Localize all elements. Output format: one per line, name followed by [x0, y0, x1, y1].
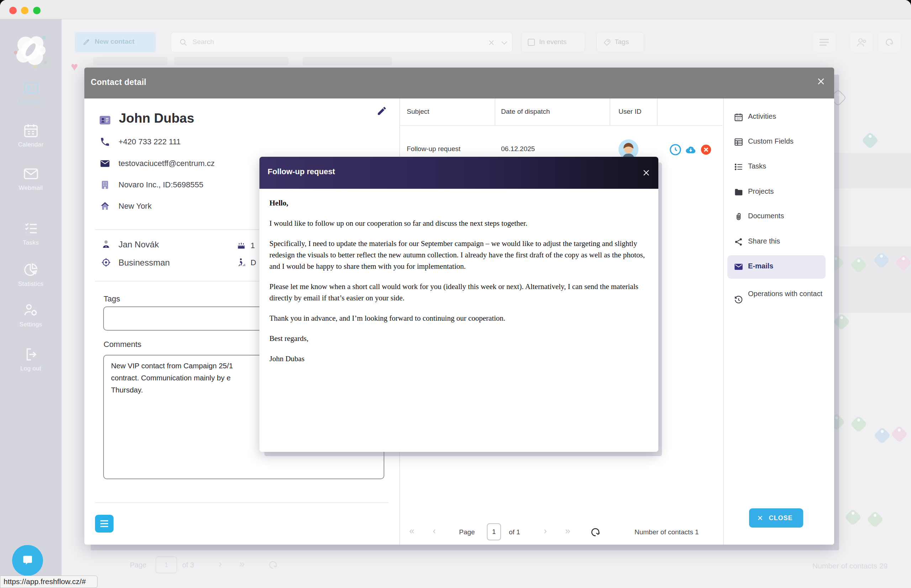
col-header-subject[interactable]: Subject [407, 108, 429, 116]
outer-refresh-icon[interactable] [267, 560, 278, 570]
in-events-filter[interactable]: In events [521, 32, 585, 52]
email-paragraph: Hello, [269, 197, 646, 209]
outer-page-input[interactable]: 1 [156, 556, 177, 573]
email-paragraph: Specifically, I need to update the mater… [269, 238, 646, 272]
email-body: Hello, I would like to follow up on our … [259, 189, 658, 452]
contact-company: Novaro Inc., ID:5698555 [118, 180, 203, 189]
chat-widget-button[interactable] [12, 545, 43, 576]
sidebar-item-statistics[interactable]: Statistics [0, 262, 62, 288]
sidebar-item-settings[interactable]: Settings [0, 302, 62, 328]
activities-icon [734, 112, 743, 122]
menu-item-custom-fields[interactable]: Custom Fields [723, 132, 831, 152]
refresh-button[interactable] [878, 33, 900, 52]
sidebar-item-label: Statistics [0, 281, 62, 288]
status-bar-url: https://app.freshflow.cz/# [0, 575, 97, 588]
email-preview-icon[interactable] [669, 144, 681, 156]
calendar-icon [23, 122, 39, 139]
hobby-value: D [251, 258, 256, 267]
sidebar-item-label: Webmail [0, 184, 62, 192]
email-modal-close-icon[interactable] [642, 168, 650, 177]
app-window: Contacts Calendar Webmail Tasks Statisti… [0, 0, 911, 588]
search-input[interactable]: Search [171, 32, 512, 52]
macos-titlebar [0, 0, 911, 19]
page-first-button[interactable]: « [409, 525, 414, 536]
edit-contact-icon[interactable] [376, 106, 387, 116]
projects-icon [734, 187, 743, 197]
background-tag-icon [845, 509, 862, 526]
email-download-icon[interactable] [685, 144, 697, 156]
pencil-icon [83, 38, 91, 46]
sidebar-item-calendar[interactable]: Calendar [0, 122, 62, 148]
checkbox-icon [528, 39, 535, 46]
background-tag-icon [833, 313, 850, 330]
email-signature: John Dubas [269, 353, 646, 364]
page-label: Page [459, 528, 475, 536]
contact-modal-header [84, 68, 834, 99]
background-tag-icon [867, 511, 883, 528]
sidebar-item-label: Log out [0, 365, 62, 372]
menu-item-projects[interactable]: Projects [723, 183, 831, 202]
emails-icon [734, 262, 743, 271]
email-icon [100, 158, 110, 169]
chevron-down-icon[interactable] [501, 40, 508, 45]
email-paragraph: Thank you in advance, and I’m looking fo… [269, 312, 646, 324]
email-paragraph: Best regards, [269, 333, 646, 344]
contact-phone[interactable]: +420 733 222 111 [118, 137, 181, 147]
sidebar-item-label: Contacts [0, 99, 62, 106]
menu-item-emails[interactable]: E-mails [723, 257, 831, 277]
menu-item-operations[interactable]: Operations with contact [723, 284, 831, 317]
sidebar-item-contacts[interactable]: Contacts [0, 80, 62, 106]
menu-item-documents[interactable]: Documents [723, 207, 831, 227]
person-icon [101, 239, 111, 250]
user-icon [856, 37, 867, 47]
zoom-window-button[interactable] [33, 7, 41, 14]
sidebar-item-webmail[interactable]: Webmail [0, 166, 62, 192]
contact-role: Businessman [118, 258, 170, 268]
menu-item-share[interactable]: Share this [723, 232, 831, 252]
outer-last-page[interactable]: » [239, 558, 245, 570]
clear-search-icon[interactable] [488, 39, 495, 46]
tags-filter-button[interactable]: Tags [597, 32, 644, 52]
divider [95, 502, 389, 503]
logout-icon [23, 346, 39, 363]
outer-of-label: of 3 [182, 561, 194, 569]
menu-item-tasks[interactable]: Tasks [723, 157, 831, 177]
minimize-window-button[interactable] [21, 7, 28, 14]
birthday-cake-icon [236, 240, 246, 250]
email-delete-icon[interactable] [700, 144, 712, 156]
page-of-label: of 1 [509, 528, 520, 536]
outer-next-page[interactable]: › [219, 558, 222, 570]
hiker-icon [236, 257, 246, 267]
custom-fields-icon [734, 137, 743, 147]
contact-email[interactable]: testovaciucetff@centrum.cz [118, 159, 215, 168]
email-row-subject: Follow-up request [407, 145, 460, 153]
favorite-heart-icon: ♥ [71, 60, 78, 74]
menu-item-activities[interactable]: Activities [723, 107, 831, 127]
tags-field-label: Tags [104, 294, 120, 304]
contact-actions-menu-button[interactable] [95, 515, 113, 533]
close-window-button[interactable] [9, 7, 17, 14]
sidebar-item-label: Tasks [0, 239, 62, 246]
sidebar-item-logout[interactable]: Log out [0, 346, 62, 372]
page-last-button[interactable]: » [565, 525, 570, 536]
user-view-button[interactable] [851, 33, 872, 52]
comments-field-label: Comments [104, 340, 141, 349]
col-header-date[interactable]: Date of dispatch [501, 108, 550, 116]
in-events-label: In events [539, 38, 567, 46]
col-header-userid[interactable]: User ID [619, 108, 641, 116]
close-modal-button[interactable]: CLOSE [749, 508, 803, 528]
contacts-icon [23, 80, 39, 96]
freshflow-logo [13, 33, 49, 71]
sidebar-item-tasks[interactable]: Tasks [0, 220, 62, 246]
table-refresh-icon[interactable] [590, 527, 601, 538]
email-paragraph: I would like to follow up on our coopera… [269, 218, 646, 229]
page-next-button[interactable]: › [544, 525, 547, 536]
new-contact-button[interactable]: New contact [75, 32, 156, 52]
contact-card-icon [99, 114, 111, 126]
contact-modal-close-icon[interactable] [816, 77, 825, 86]
view-list-button[interactable] [813, 33, 835, 52]
page-input[interactable]: 1 [487, 523, 501, 540]
background-tag-icon [862, 132, 879, 149]
page-prev-button[interactable]: ‹ [433, 525, 436, 536]
email-modal-title: Follow-up request [267, 167, 335, 176]
